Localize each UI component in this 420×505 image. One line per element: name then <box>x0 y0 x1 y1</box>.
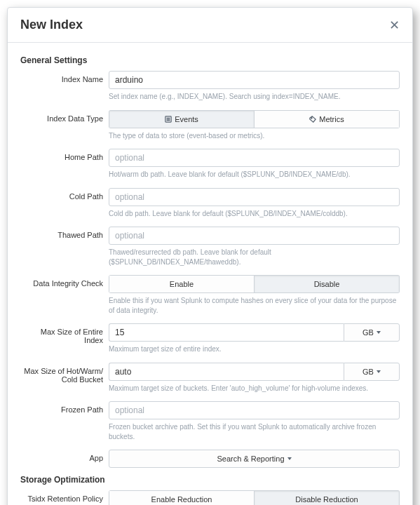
label-max-bucket: Max Size of Hot/Warm/ Cold Bucket <box>20 363 103 384</box>
label-tsidx: Tsidx Retention Policy <box>20 490 103 503</box>
cold-path-input[interactable] <box>109 188 400 206</box>
chevron-down-icon <box>287 457 292 460</box>
label-home-path: Home Path <box>20 149 103 161</box>
integrity-segment: Enable Disable <box>109 275 400 293</box>
row-thawed-path: Thawed Path Thawed/resurrected db path. … <box>20 227 400 272</box>
modal-header: New Index ✕ <box>8 8 412 43</box>
tag-icon <box>309 116 316 123</box>
section-storage: Storage Optimization <box>20 475 400 485</box>
max-bucket-input[interactable] <box>109 363 344 381</box>
chevron-down-icon <box>377 331 381 334</box>
max-index-input[interactable] <box>109 323 344 342</box>
label-app: App <box>20 450 103 462</box>
integrity-disable-button[interactable]: Disable <box>255 275 400 293</box>
label-integrity: Data Integrity Check <box>20 275 103 288</box>
integrity-enable-button[interactable]: Enable <box>109 275 255 293</box>
label-thawed-path: Thawed Path <box>20 227 103 239</box>
row-data-type: Index Data Type Events Metrics The type … <box>20 110 400 147</box>
label-max-bucket-l1: Max Size of Hot/Warm/ <box>20 367 103 375</box>
modal-title: New Index <box>20 18 83 32</box>
app-selected-label: Search & Reporting <box>217 454 285 463</box>
help-index-name: Set index name (e.g., INDEX_NAME). Searc… <box>109 92 400 102</box>
svg-point-4 <box>311 117 312 118</box>
close-icon[interactable]: ✕ <box>389 19 400 32</box>
label-data-type: Index Data Type <box>20 110 103 123</box>
events-label: Events <box>175 115 198 123</box>
thawed-path-input[interactable] <box>109 227 400 245</box>
new-index-modal: New Index ✕ General Settings Index Name … <box>7 7 413 505</box>
help-frozen-path: Frozen bucket archive path. Set this if … <box>109 422 400 441</box>
unit-label: GB <box>363 328 374 337</box>
tsidx-disable-label: Disable Reduction <box>295 495 358 504</box>
row-index-name: Index Name Set index name (e.g., INDEX_N… <box>20 71 400 107</box>
row-max-bucket: Max Size of Hot/Warm/ Cold Bucket GB Max… <box>20 363 400 399</box>
chevron-down-icon <box>377 370 381 373</box>
list-icon <box>165 116 172 123</box>
help-thawed-path: Thawed/resurrected db path. Leave blank … <box>109 248 400 267</box>
app-dropdown[interactable]: Search & Reporting <box>109 450 400 468</box>
integrity-disable-label: Disable <box>314 280 340 288</box>
label-cold-path: Cold Path <box>20 188 103 201</box>
tsidx-enable-label: Enable Reduction <box>151 495 212 504</box>
help-data-type: The type of data to store (event-based o… <box>109 131 400 141</box>
section-general: General Settings <box>20 55 400 65</box>
label-max-bucket-l2: Cold Bucket <box>20 375 103 384</box>
help-max-index: Maximum target size of entire index. <box>109 344 400 354</box>
integrity-enable-label: Enable <box>170 280 194 288</box>
row-integrity: Data Integrity Check Enable Disable Enab… <box>20 275 400 321</box>
label-index-name: Index Name <box>20 71 103 83</box>
tsidx-segment: Enable Reduction Disable Reduction <box>109 490 400 505</box>
data-type-segment: Events Metrics <box>109 110 400 128</box>
label-max-index: Max Size of Entire Index <box>20 323 103 344</box>
max-bucket-unit-dropdown[interactable]: GB <box>344 363 400 381</box>
index-name-input[interactable] <box>109 71 400 89</box>
tsidx-enable-button[interactable]: Enable Reduction <box>109 490 255 505</box>
label-frozen-path: Frozen Path <box>20 401 103 414</box>
row-cold-path: Cold Path Cold db path. Leave blank for … <box>20 188 400 224</box>
max-index-unit-dropdown[interactable]: GB <box>344 323 400 342</box>
frozen-path-input[interactable] <box>109 401 400 419</box>
help-cold-path: Cold db path. Leave blank for default ($… <box>109 209 400 219</box>
home-path-input[interactable] <box>109 149 400 167</box>
row-app: App Search & Reporting <box>20 450 400 468</box>
help-integrity: Enable this if you want Splunk to comput… <box>109 296 400 315</box>
data-type-events-button[interactable]: Events <box>109 110 255 128</box>
row-tsidx: Tsidx Retention Policy Enable Reduction … <box>20 490 400 505</box>
modal-body: General Settings Index Name Set index na… <box>8 43 412 505</box>
row-max-index: Max Size of Entire Index GB Maximum targ… <box>20 323 400 360</box>
data-type-metrics-button[interactable]: Metrics <box>255 110 400 128</box>
help-home-path: Hot/warm db path. Leave blank for defaul… <box>109 170 400 180</box>
tsidx-disable-button[interactable]: Disable Reduction <box>255 490 400 505</box>
row-frozen-path: Frozen Path Frozen bucket archive path. … <box>20 401 400 447</box>
metrics-label: Metrics <box>319 115 344 123</box>
unit-label: GB <box>363 368 374 376</box>
help-max-bucket: Maximum target size of buckets. Enter 'a… <box>109 384 400 393</box>
row-home-path: Home Path Hot/warm db path. Leave blank … <box>20 149 400 185</box>
